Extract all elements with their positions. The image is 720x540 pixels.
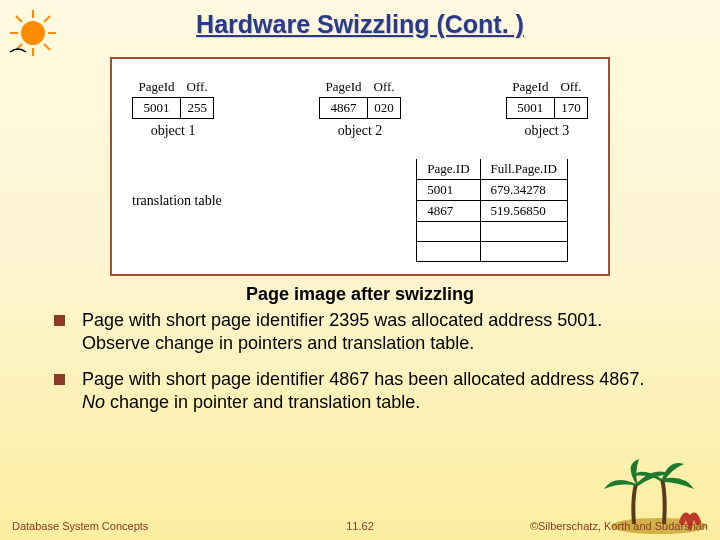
bullet-item: Page with short page identifier 4867 has… [78, 368, 670, 415]
translation-table-label: translation table [132, 159, 222, 209]
footer-left: Database System Concepts [12, 520, 148, 532]
svg-line-6 [44, 44, 50, 50]
translation-table: Page.IDFull.Page.ID 5001679.34278 486751… [416, 159, 568, 262]
figure-caption: Page image after swizzling [0, 284, 720, 305]
slide-title: Hardware Swizzling (Cont. ) [0, 0, 720, 39]
object-2: PageIdOff. 4867020 object 2 [319, 77, 401, 139]
bullet-list: Page with short page identifier 2395 was… [78, 309, 670, 415]
footer-copyright: ©Silberschatz, Korth and Sudarshan [530, 520, 708, 532]
object-1: PageIdOff. 5001255 object 1 [132, 77, 214, 139]
object-3: PageIdOff. 5001170 object 3 [506, 77, 588, 139]
svg-line-5 [16, 16, 22, 22]
svg-point-0 [21, 21, 45, 45]
footer: Database System Concepts 11.62 ©Silbersc… [0, 520, 720, 532]
sun-icon [8, 8, 58, 58]
bullet-item: Page with short page identifier 2395 was… [78, 309, 670, 356]
svg-line-8 [44, 16, 50, 22]
figure-panel: PageIdOff. 5001255 object 1 PageIdOff. 4… [110, 57, 610, 276]
slide-number: 11.62 [346, 520, 374, 532]
